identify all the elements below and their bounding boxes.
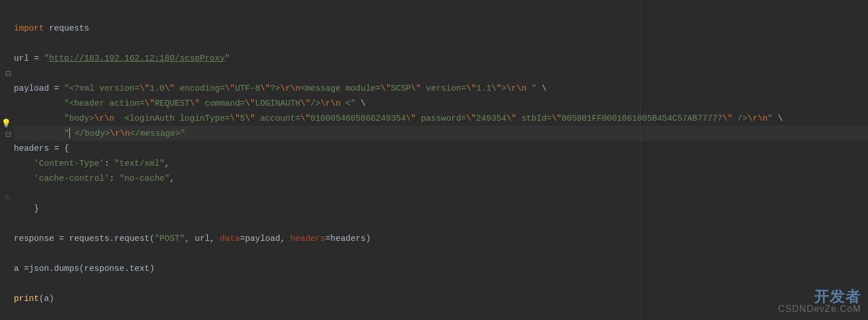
- escape: \r\n: [506, 84, 527, 93]
- escape: \": [140, 84, 150, 93]
- text-cursor: [69, 128, 70, 138]
- code-editor[interactable]: 💡 import requests url = "http://183.192.…: [0, 0, 868, 320]
- url-string[interactable]: http://183.192.162.12:180/scspProxy: [49, 54, 225, 63]
- code-line: }: [14, 201, 868, 216]
- identifier: (a): [39, 294, 54, 303]
- identifier: a =json.dumps(response.text): [14, 264, 155, 273]
- identifier: response = requests.request(: [14, 234, 155, 243]
- string: password=: [416, 114, 466, 123]
- escape: \": [466, 84, 476, 93]
- code-area[interactable]: import requests url = "http://183.192.16…: [13, 0, 868, 320]
- string: 'cache-control': [34, 174, 110, 183]
- continuation: \: [773, 114, 783, 123]
- string: >: [501, 84, 506, 93]
- margin-guide: [640, 0, 640, 320]
- code-line: [14, 186, 868, 201]
- code-line: a =json.dumps(response.text): [14, 261, 868, 276]
- identifier: headers = {: [14, 144, 69, 153]
- code-line: url = "http://183.192.162.12:180/scspPro…: [14, 51, 868, 66]
- code-line: headers = {: [14, 141, 868, 156]
- escape: \": [300, 114, 310, 123]
- string: ": [527, 84, 537, 93]
- string: <": [341, 99, 356, 108]
- string: </body>: [70, 129, 110, 138]
- continuation: \: [356, 99, 366, 108]
- fold-marker-icon[interactable]: [6, 71, 11, 76]
- punct: ,: [165, 159, 170, 168]
- string: ": [44, 54, 49, 63]
- indent: [14, 174, 34, 183]
- string: version=: [421, 84, 466, 93]
- string: "body>: [64, 114, 94, 123]
- string: ": [225, 54, 230, 63]
- indent: [14, 114, 64, 123]
- string: 005801FF0001061005B454C57AB77777: [562, 114, 722, 123]
- builtin: print: [14, 294, 39, 303]
- string: REQUEST: [155, 99, 190, 108]
- string: 1.0: [150, 84, 165, 93]
- escape: \": [300, 99, 310, 108]
- identifier: =payload,: [240, 234, 290, 243]
- code-line: [14, 246, 868, 261]
- escape: \": [260, 84, 270, 93]
- string: stbId=: [516, 114, 552, 123]
- escape: \": [245, 99, 255, 108]
- watermark-bottom: CSDNDevZe.CoM: [778, 302, 861, 317]
- indent: [14, 129, 64, 138]
- code-line: [14, 276, 868, 291]
- identifier: =headers): [326, 234, 371, 243]
- escape: \r\n: [280, 84, 300, 93]
- string: LOGINAUTH: [255, 99, 300, 108]
- string: UTF-8: [235, 84, 260, 93]
- escape: \": [506, 114, 516, 123]
- continuation: \: [537, 84, 546, 93]
- escape: \": [406, 114, 416, 123]
- fold-marker-icon[interactable]: [6, 132, 11, 137]
- code-line: [14, 66, 868, 81]
- escape: \": [144, 99, 154, 108]
- string: ": [768, 114, 773, 123]
- code-line: [14, 36, 868, 51]
- code-line: print(a): [14, 291, 868, 306]
- escape: \": [230, 114, 240, 123]
- lightbulb-icon[interactable]: 💡: [1, 119, 10, 128]
- param: headers: [290, 234, 326, 243]
- code-line-active: " </body>\r\n</message>": [14, 126, 868, 141]
- identifier: payload =: [14, 84, 64, 93]
- indent: [14, 99, 64, 108]
- indent: [14, 204, 34, 213]
- string: 'Content-Type': [34, 159, 105, 168]
- string: "text/xml": [114, 159, 165, 168]
- code-line: payload = "<?xml version=\"1.0\" encodin…: [14, 81, 868, 96]
- escape: \r\n: [748, 114, 768, 123]
- indent: [14, 159, 34, 168]
- watermark: 开发者 CSDNDevZe.CoM: [778, 289, 861, 317]
- identifier: , url,: [185, 234, 220, 243]
- string: </message>": [130, 129, 185, 138]
- punct: ,: [170, 174, 175, 183]
- string: 5: [240, 114, 245, 123]
- identifier: url =: [14, 54, 44, 63]
- param: data: [220, 234, 240, 243]
- string: ": [64, 129, 69, 138]
- code-line: [14, 6, 868, 21]
- code-line: "body>\r\n <loginAuth loginType=\"5\" ac…: [14, 111, 868, 126]
- escape: \": [165, 84, 174, 93]
- code-line: 'cache-control': "no-cache",: [14, 171, 868, 186]
- escape: \r\n: [321, 99, 341, 108]
- punct: :: [109, 174, 119, 183]
- string: />: [310, 99, 320, 108]
- string: 1.1: [476, 84, 491, 93]
- string: 249354: [476, 114, 506, 123]
- escape: \": [225, 84, 234, 93]
- code-line: response = requests.request("POST", url,…: [14, 231, 868, 246]
- escape: \": [411, 84, 420, 93]
- fold-end-icon: [6, 195, 10, 199]
- escape: \": [491, 84, 501, 93]
- code-line: "<header action=\"REQUEST\" command=\"LO…: [14, 96, 868, 111]
- code-line: 'Content-Type': "text/xml",: [14, 156, 868, 171]
- string: "<?xml version=: [64, 84, 140, 93]
- string: SCSP: [391, 84, 411, 93]
- escape: \r\n: [94, 114, 114, 123]
- punct: :: [105, 159, 114, 168]
